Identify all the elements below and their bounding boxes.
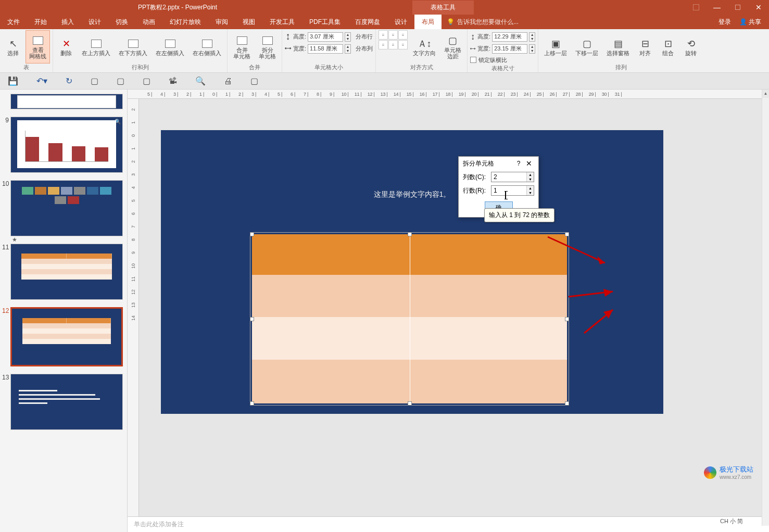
tab-transitions[interactable]: 切换	[108, 15, 135, 29]
ribbon-options-icon[interactable]	[686, 0, 707, 15]
title-bar: PPT教程2.pptx - PowerPoint 表格工具 — ✕	[0, 0, 769, 15]
distribute-cols-button[interactable]: 分布列	[356, 45, 373, 53]
rows-spinner[interactable]: ▲▼	[526, 186, 534, 195]
resize-handle[interactable]	[250, 232, 254, 236]
lock-aspect-checkbox[interactable]: 锁定纵横比	[470, 55, 507, 65]
svg-line-0	[548, 237, 605, 263]
resize-handle[interactable]	[408, 401, 412, 406]
cell-margins-button[interactable]: ▢单元格 边距	[441, 30, 464, 64]
dialog-close-icon[interactable]: ✕	[524, 159, 534, 168]
tab-design[interactable]: 设计	[81, 15, 108, 29]
save-icon[interactable]: 💾	[8, 76, 18, 86]
text-align-grid[interactable]: ≡≡≡≡≡≡	[379, 30, 408, 49]
close-icon[interactable]: ✕	[748, 0, 769, 15]
login-link[interactable]: 登录	[718, 18, 731, 27]
group-label-table: 表	[3, 64, 50, 72]
col-width-spinner[interactable]: ▲▼	[345, 44, 351, 54]
tab-view[interactable]: 视图	[235, 15, 262, 29]
group-menu-button[interactable]: ⊡组合	[658, 30, 678, 64]
tab-table-design[interactable]: 设计	[387, 15, 414, 29]
thumbnail-9[interactable]: 9🔍	[0, 115, 127, 178]
vertical-ruler[interactable]: 2101234567891011121314	[128, 99, 139, 516]
minimize-icon[interactable]: —	[707, 0, 727, 15]
split-cells-button[interactable]: 拆分 单元格	[256, 30, 279, 64]
tell-me-search[interactable]: 💡 告诉我您想要做什么...	[442, 15, 524, 29]
delete-button[interactable]: ✕删除	[56, 30, 77, 64]
notes-pane[interactable]: 单击此处添加备注	[128, 516, 769, 532]
from-beginning-icon[interactable]: ▢	[117, 76, 124, 86]
cols-input[interactable]: 2▲▼	[491, 172, 534, 182]
cols-spinner[interactable]: ▲▼	[526, 172, 534, 182]
tab-file[interactable]: 文件	[0, 15, 27, 29]
share-button[interactable]: 👤 共享	[739, 18, 761, 27]
row-height-input[interactable]: 3.07 厘米	[308, 32, 343, 42]
dialog-title: 拆分单元格	[463, 159, 513, 168]
redo-icon[interactable]: ↻	[66, 76, 72, 86]
thumbnail-10[interactable]: 10★	[0, 178, 127, 242]
new-slide-icon[interactable]: ▢	[91, 76, 98, 86]
annotation-arrow-3	[582, 305, 618, 336]
bring-forward-button[interactable]: ▣上移一层	[541, 30, 570, 64]
tab-baidu[interactable]: 百度网盘	[348, 15, 387, 29]
view-gridlines-button[interactable]: 查看 网格线	[26, 30, 50, 64]
distribute-rows-button[interactable]: 分布行	[356, 33, 373, 41]
resize-handle[interactable]	[565, 401, 569, 406]
tab-pdf[interactable]: PDF工具集	[302, 15, 348, 29]
tab-review[interactable]: 审阅	[208, 15, 235, 29]
cols-label: 列数(C):	[463, 173, 488, 182]
selection-pane-button[interactable]: ▤选择窗格	[603, 30, 633, 64]
thumbnail-11[interactable]: 11	[0, 242, 127, 305]
table-width-input[interactable]: 23.15 厘米	[492, 44, 527, 54]
merge-cells-button[interactable]: 合并 单元格	[230, 30, 254, 64]
watermark: 极光下载站 www.xz7.com	[704, 465, 753, 480]
text-placeholder[interactable]: 这里是举例文字内容1。	[161, 190, 663, 199]
table-height-spinner[interactable]: ▲▼	[529, 32, 535, 42]
text-direction-button[interactable]: Ａ↕文字方向	[410, 30, 439, 64]
slide-thumbnails-panel[interactable]: 9🔍 10★ 11 12 13	[0, 90, 128, 532]
select-button[interactable]: ↖选择	[3, 30, 23, 64]
rows-input[interactable]: 1▲▼	[491, 185, 534, 196]
send-backward-button[interactable]: ▢下移一层	[572, 30, 601, 64]
watermark-text: 极光下载站	[720, 465, 753, 474]
thumbnail-8-partial[interactable]	[0, 92, 127, 115]
insert-below-button[interactable]: 在下方插入	[116, 30, 150, 64]
tab-developer[interactable]: 开发工具	[262, 15, 302, 29]
resize-handle[interactable]	[565, 317, 569, 321]
dialog-help-icon[interactable]: ?	[513, 160, 524, 167]
thumbnail-13[interactable]: 13	[0, 372, 127, 435]
row-height-spinner[interactable]: ▲▼	[345, 32, 351, 42]
thumbnail-12[interactable]: 12	[0, 305, 127, 372]
tab-slideshow[interactable]: 幻灯片放映	[162, 15, 208, 29]
zoom-icon[interactable]: 🔍	[195, 76, 206, 86]
vertical-scrollbar[interactable]: ▲	[762, 90, 769, 526]
align-menu-button[interactable]: ⊟对齐	[635, 30, 655, 64]
rotate-menu-button[interactable]: ⟲旋转	[680, 30, 701, 64]
horizontal-ruler[interactable]: 5 | 4 | 3 | 2 | 1 | 0 | 1 | 2 | 3 | 4 | …	[128, 90, 769, 99]
animation-indicator-icon: ★	[12, 236, 17, 243]
export-icon[interactable]: ▢	[250, 76, 258, 86]
tab-home[interactable]: 开始	[27, 15, 54, 29]
slide-canvas[interactable]: 这里是举例文字内容1。	[161, 130, 663, 414]
table-height-input[interactable]: 12.29 厘米	[492, 32, 527, 42]
presenter-icon[interactable]: 📽	[169, 77, 177, 86]
tab-animations[interactable]: 动画	[135, 15, 162, 29]
scroll-up-icon[interactable]: ▲	[762, 90, 769, 98]
insert-above-button[interactable]: 在上方插入	[79, 30, 114, 64]
insert-right-button[interactable]: 在右侧插入	[190, 30, 224, 64]
resize-handle[interactable]	[250, 317, 254, 321]
col-width-input[interactable]: 11.58 厘米	[308, 44, 343, 54]
table-width-spinner[interactable]: ▲▼	[529, 44, 535, 54]
table-object[interactable]	[252, 234, 567, 403]
maximize-icon[interactable]	[727, 0, 748, 15]
undo-icon[interactable]: ↶▾	[36, 76, 47, 86]
tab-layout[interactable]: 布局	[414, 15, 442, 29]
tab-insert[interactable]: 插入	[54, 15, 81, 29]
group-label-alignment: 对齐方式	[379, 64, 464, 72]
resize-handle[interactable]	[408, 232, 412, 236]
insert-object-icon[interactable]: ▢	[143, 76, 150, 86]
insert-left-button[interactable]: 在左侧插入	[153, 30, 187, 64]
resize-handle[interactable]	[250, 401, 254, 406]
slide-canvas-area[interactable]: 这里是举例文字内容1。	[139, 99, 769, 516]
table-height-label: 高度:	[477, 33, 490, 41]
print-icon[interactable]: 🖨	[224, 77, 232, 86]
